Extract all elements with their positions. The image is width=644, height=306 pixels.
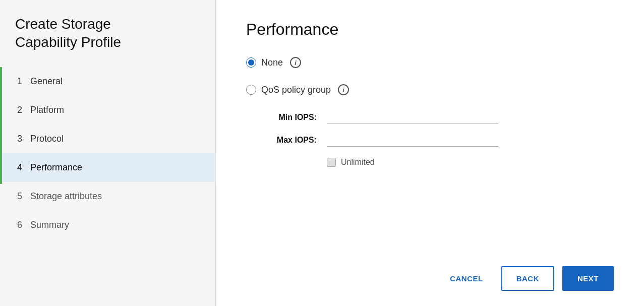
nav-step-3[interactable]: 3 Protocol [0, 125, 215, 153]
unlimited-row: Unlimited [261, 158, 614, 167]
sidebar-title: Create StorageCapability Profile [0, 15, 215, 67]
min-iops-row: Min IOPS: [261, 110, 614, 124]
none-info-icon[interactable]: i [290, 57, 301, 68]
step-4-num: 4 [17, 162, 22, 173]
min-iops-label: Min IOPS: [261, 113, 317, 122]
nav-step-6[interactable]: 6 Summary [0, 211, 215, 239]
min-iops-input[interactable] [327, 110, 498, 124]
radio-qos-row: QoS policy group i [246, 81, 614, 98]
step-1-label: General [30, 76, 63, 87]
radio-qos[interactable] [246, 85, 256, 95]
max-iops-row: Max IOPS: [261, 133, 614, 147]
step-1-num: 1 [17, 76, 22, 87]
unlimited-checkbox[interactable] [327, 158, 336, 167]
nav-step-4[interactable]: 4 Performance [0, 153, 215, 182]
radio-none-row: None i [246, 54, 614, 71]
unlimited-label: Unlimited [341, 158, 375, 167]
nav-step-2[interactable]: 2 Platform [0, 96, 215, 125]
radio-qos-label[interactable]: QoS policy group [261, 85, 331, 95]
step-2-label: Platform [30, 105, 64, 115]
step-6-num: 6 [17, 220, 22, 230]
radio-none[interactable] [246, 57, 256, 68]
step-5-num: 5 [17, 191, 22, 202]
footer-buttons: CANCEL BACK NEXT [246, 256, 614, 291]
step-3-num: 3 [17, 134, 22, 144]
sidebar: Create StorageCapability Profile 1 Gener… [0, 0, 216, 306]
step-5-label: Storage attributes [30, 191, 102, 202]
main-content: Performance None i QoS policy group i Mi… [216, 0, 644, 306]
cancel-button[interactable]: CANCEL [440, 267, 493, 290]
step-2-num: 2 [17, 105, 22, 115]
step-4-label: Performance [30, 162, 82, 173]
qos-info-icon[interactable]: i [338, 84, 349, 95]
performance-form: None i QoS policy group i Min IOPS: Max … [246, 54, 614, 256]
step-6-label: Summary [30, 220, 69, 230]
step-3-label: Protocol [30, 134, 64, 144]
nav-step-5[interactable]: 5 Storage attributes [0, 182, 215, 211]
max-iops-input[interactable] [327, 133, 498, 147]
max-iops-label: Max IOPS: [261, 136, 317, 145]
iops-section: Min IOPS: Max IOPS: Unlimited [246, 110, 614, 167]
page-title: Performance [246, 20, 614, 39]
next-button[interactable]: NEXT [562, 266, 614, 291]
back-button[interactable]: BACK [501, 266, 554, 291]
radio-none-label[interactable]: None [261, 57, 283, 68]
nav-step-1[interactable]: 1 General [0, 67, 215, 96]
nav-steps: 1 General 2 Platform 3 Protocol 4 Perfor… [0, 67, 215, 239]
